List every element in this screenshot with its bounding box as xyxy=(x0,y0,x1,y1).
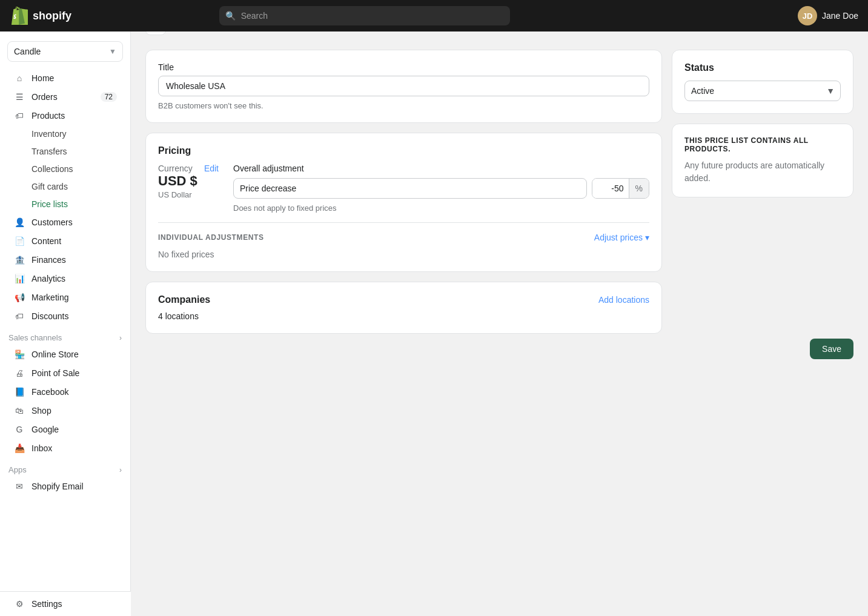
individual-label: INDIVIDUAL ADJUSTMENTS xyxy=(158,233,264,242)
sidebar-item-inbox[interactable]: 📥 Inbox xyxy=(5,439,125,457)
sidebar-item-finances[interactable]: 🏦 Finances xyxy=(5,251,125,269)
sidebar-item-analytics[interactable]: 📊 Analytics xyxy=(5,270,125,288)
currency-col: Currency Edit USD $ US Dollar xyxy=(158,164,219,199)
currency-amount: USD $ xyxy=(158,173,219,189)
customers-icon: 👤 xyxy=(13,217,25,227)
overall-adj-label: Overall adjustment xyxy=(233,164,649,173)
search-input[interactable] xyxy=(219,6,510,25)
sidebar-sub-label: Inventory xyxy=(31,129,67,139)
status-title: Status xyxy=(684,62,841,73)
sidebar-sub-gift-cards[interactable]: Gift cards xyxy=(5,178,125,195)
sidebar-item-label: Shop xyxy=(31,406,51,416)
inbox-icon: 📥 xyxy=(13,443,25,453)
sidebar-item-label: Shopify Email xyxy=(31,482,84,491)
orders-badge: 72 xyxy=(101,92,117,102)
chevron-down-icon: ▾ xyxy=(645,233,649,242)
sidebar-item-label: Discounts xyxy=(31,311,68,321)
sidebar-sub-label: Transfers xyxy=(31,147,67,156)
status-card: Status Active Draft ▼ xyxy=(672,50,853,114)
apps-arrow: › xyxy=(119,466,122,474)
adjustment-hint: Does not apply to fixed prices xyxy=(233,204,649,213)
sidebar-sub-label: Collections xyxy=(31,164,73,174)
sidebar-item-label: Home xyxy=(31,73,54,83)
currency-edit-button[interactable]: Edit xyxy=(204,164,219,173)
title-hint: B2B customers won't see this. xyxy=(158,101,649,110)
sidebar-item-label: Online Store xyxy=(31,349,79,359)
sidebar-item-label: Content xyxy=(31,236,61,246)
title-label: Title xyxy=(158,62,649,72)
currency-header: Currency Edit xyxy=(158,164,219,173)
sidebar-item-label: Inbox xyxy=(31,443,52,453)
sidebar-item-online-store[interactable]: 🏪 Online Store xyxy=(5,345,125,363)
sidebar-item-label: Facebook xyxy=(31,387,68,397)
apps-section[interactable]: Apps › xyxy=(0,458,130,477)
sidebar-sub-label: Price lists xyxy=(31,199,68,209)
left-column: Title B2B customers won't see this. Pric… xyxy=(145,50,662,334)
user-name: Jane Doe xyxy=(822,11,858,21)
locations-count: 4 locations xyxy=(158,311,649,321)
discounts-icon: 🏷 xyxy=(13,311,25,321)
sidebar-item-label: Finances xyxy=(31,255,66,265)
sidebar-item-customers[interactable]: 👤 Customers xyxy=(5,213,125,231)
shopify-icon xyxy=(10,7,28,25)
user-menu[interactable]: JD Jane Doe xyxy=(798,6,858,25)
no-fixed-prices: No fixed prices xyxy=(158,250,649,259)
status-select[interactable]: Active Draft xyxy=(684,81,841,101)
sidebar-item-discounts[interactable]: 🏷 Discounts xyxy=(5,307,125,325)
analytics-icon: 📊 xyxy=(13,274,25,283)
sidebar-item-label: Analytics xyxy=(31,274,65,283)
store-name: Candle xyxy=(14,47,41,56)
email-icon: ✉ xyxy=(13,482,25,491)
main-content: ← Wholesale USA Active Title B2B custome… xyxy=(131,0,868,585)
orders-icon: ☰ xyxy=(13,92,25,102)
adjust-prices-button[interactable]: Adjust prices ▾ xyxy=(594,233,649,242)
logo: shopify xyxy=(10,7,71,25)
marketing-icon: 📢 xyxy=(13,293,25,302)
adjustment-value-input[interactable] xyxy=(592,179,629,198)
overall-adjustment-col: Overall adjustment Price decrease Price … xyxy=(233,164,649,213)
currency-label: Currency xyxy=(158,164,193,173)
sidebar-sub-collections[interactable]: Collections xyxy=(5,161,125,177)
chevron-down-icon: ▼ xyxy=(109,47,116,56)
sidebar-item-point-of-sale[interactable]: 🖨 Point of Sale xyxy=(5,364,125,382)
sidebar-item-content[interactable]: 📄 Content xyxy=(5,232,125,250)
sidebar-item-shop[interactable]: 🛍 Shop xyxy=(5,402,125,420)
sidebar-item-label: Orders xyxy=(31,92,58,102)
pricing-title: Pricing xyxy=(158,145,649,156)
pos-icon: 🖨 xyxy=(13,368,25,378)
store-selector[interactable]: Candle ▼ xyxy=(7,41,123,62)
sidebar-item-home[interactable]: ⌂ Home xyxy=(5,69,125,87)
companies-header: Companies Add locations xyxy=(158,294,649,305)
home-icon: ⌂ xyxy=(13,73,25,83)
sales-channels-section[interactable]: Sales channels › xyxy=(0,326,130,345)
sidebar-sub-label: Gift cards xyxy=(31,182,68,191)
sidebar-sub-transfers[interactable]: Transfers xyxy=(5,143,125,160)
add-locations-button[interactable]: Add locations xyxy=(598,295,649,305)
title-input[interactable] xyxy=(158,76,649,96)
pricing-card: Pricing Currency Edit USD $ US Dollar Ov… xyxy=(145,133,662,272)
google-icon: G xyxy=(13,425,25,434)
status-select-wrap: Active Draft ▼ xyxy=(684,81,841,101)
companies-card: Companies Add locations 4 locations xyxy=(145,282,662,334)
sidebar-item-orders[interactable]: ☰ Orders 72 xyxy=(5,88,125,106)
sidebar-item-label: Google xyxy=(31,425,59,434)
save-button[interactable]: Save xyxy=(810,339,853,359)
search-bar[interactable]: 🔍 xyxy=(219,6,510,25)
sidebar-item-shopify-email[interactable]: ✉ Shopify Email xyxy=(5,477,125,495)
sidebar-item-facebook[interactable]: 📘 Facebook xyxy=(5,383,125,401)
sidebar-sub-price-lists[interactable]: Price lists xyxy=(5,196,125,213)
individual-adjustments-header: INDIVIDUAL ADJUSTMENTS Adjust prices ▾ xyxy=(158,233,649,242)
info-card-title: THIS PRICE LIST CONTAINS ALL PRODUCTS. xyxy=(684,136,841,153)
sales-channels-arrow: › xyxy=(119,334,122,342)
adjustment-row: Price decrease Price increase % xyxy=(233,178,649,199)
adjustment-type-select[interactable]: Price decrease Price increase xyxy=(233,178,587,199)
logo-text: shopify xyxy=(33,10,71,22)
sidebar-item-label: Marketing xyxy=(31,293,68,302)
pricing-row: Currency Edit USD $ US Dollar Overall ad… xyxy=(158,164,649,213)
sidebar-sub-inventory[interactable]: Inventory xyxy=(5,125,125,142)
sidebar-item-label: Point of Sale xyxy=(31,368,79,378)
sidebar-item-products[interactable]: 🏷 Products xyxy=(5,107,125,125)
sidebar-item-google[interactable]: G Google xyxy=(5,420,125,439)
sidebar-item-marketing[interactable]: 📢 Marketing xyxy=(5,288,125,306)
products-icon: 🏷 xyxy=(13,111,25,121)
